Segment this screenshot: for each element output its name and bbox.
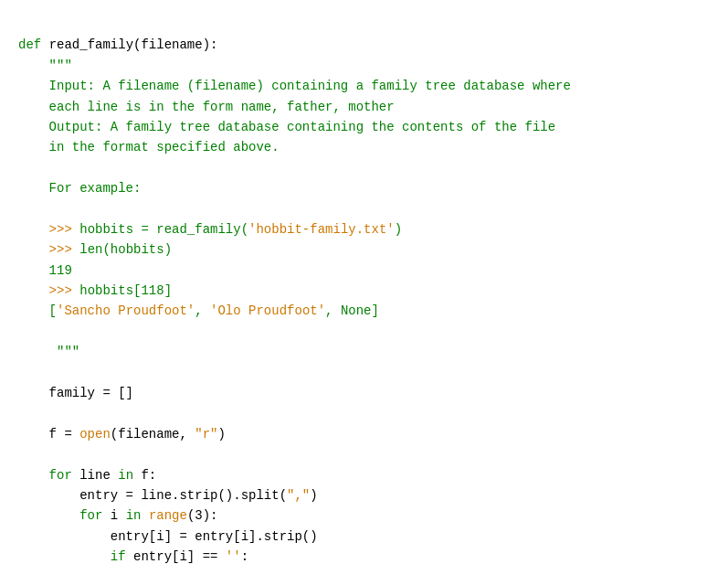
line-13: >>> hobbits[118] — [18, 283, 172, 298]
line-16: """ — [18, 345, 79, 359]
line-9 — [18, 202, 26, 217]
line-10: >>> hobbits = read_family('hobbit-family… — [18, 222, 402, 237]
line-8: For example: — [18, 181, 141, 196]
line-22: for line in f: — [18, 468, 156, 483]
line-26: if entry[i] == '': — [18, 549, 248, 564]
line-3: Input: A filename (filename) containing … — [18, 79, 571, 93]
line-6: in the format specified above. — [18, 140, 280, 154]
line-20: f = open(filename, "r") — [18, 427, 226, 442]
line-19 — [18, 406, 26, 420]
line-2: """ — [18, 59, 72, 73]
line-12: 119 — [18, 263, 72, 278]
line-14: ['Sancho Proudfoot', 'Olo Proudfoot', No… — [18, 303, 379, 318]
line-23: entry = line.strip().split(",") — [18, 488, 318, 503]
line-5: Output: A family tree database containin… — [18, 120, 555, 134]
line-11: >>> len(hobbits) — [18, 242, 172, 257]
line-17 — [18, 366, 26, 380]
line-24: for i in range(3): — [18, 508, 218, 523]
line-18: family = [] — [18, 386, 133, 400]
line-1: def read_family(filename): — [18, 37, 217, 52]
line-15 — [18, 325, 26, 339]
line-4: each line is in the form name, father, m… — [18, 100, 395, 114]
line-21 — [18, 447, 26, 462]
line-25: entry[i] = entry[i].strip() — [18, 529, 318, 544]
line-7 — [18, 161, 26, 176]
code-content: def read_family(filename): """ Input: A … — [18, 15, 710, 564]
code-editor: def read_family(filename): """ Input: A … — [0, 0, 728, 564]
